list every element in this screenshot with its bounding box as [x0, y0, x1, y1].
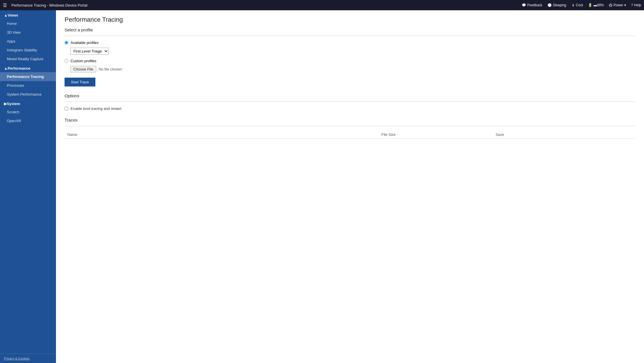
battery-label: ▬98%: [593, 3, 604, 7]
topbar: ☰ Performance Tracing - Windows Device P…: [0, 0, 644, 10]
start-trace-button[interactable]: Start Trace: [65, 78, 95, 86]
options-divider: [65, 102, 635, 102]
available-profiles-label[interactable]: Available profiles: [71, 41, 99, 45]
boot-tracing-label[interactable]: Enable boot tracing and restart: [71, 106, 121, 111]
sidebar-item-system-performance[interactable]: System Performance: [0, 90, 56, 99]
traces-table: Name File Size Save: [65, 131, 635, 139]
power-label: Power ▾: [613, 3, 626, 7]
system-section-header[interactable]: ▶System: [0, 99, 56, 108]
options-section: Options Enable boot tracing and restart: [65, 93, 635, 111]
sidebar: ◀ ▲Views Home 3D View Apps Hologram Stab…: [0, 10, 56, 363]
help-icon: ?: [631, 3, 633, 7]
traces-col-name: Name: [65, 131, 378, 139]
traces-table-header: Name File Size Save: [65, 131, 635, 139]
sleeping-icon: 🕐: [547, 3, 552, 7]
available-profiles-row: Available profiles: [65, 41, 635, 45]
temperature-status: 🌡 Cool: [571, 3, 583, 7]
battery-icon: 🔋: [588, 3, 592, 7]
sidebar-item-performance-tracing[interactable]: Performance Tracing: [0, 72, 56, 81]
power-button[interactable]: ⏻ Power ▾: [609, 3, 626, 7]
help-button[interactable]: ? Help: [631, 3, 641, 7]
options-label: Options: [65, 93, 635, 98]
performance-section-header[interactable]: ▲Performance: [0, 63, 56, 72]
sidebar-toggle[interactable]: ◀: [54, 13, 56, 21]
feedback-icon: 💬: [522, 3, 526, 7]
sidebar-item-home[interactable]: Home: [0, 19, 56, 28]
traces-header-row: Name File Size Save: [65, 131, 635, 139]
temperature-label: Cool: [576, 3, 583, 7]
feedback-button[interactable]: 💬 Feedback: [522, 3, 542, 7]
boot-tracing-row: Enable boot tracing and restart: [65, 106, 635, 111]
hamburger-icon[interactable]: ☰: [3, 3, 7, 8]
sidebar-item-processes[interactable]: Processes: [0, 81, 56, 90]
views-section-header[interactable]: ▲Views: [0, 10, 56, 19]
sidebar-item-scratch[interactable]: Scratch: [0, 108, 56, 116]
sidebar-item-3dview[interactable]: 3D View: [0, 28, 56, 37]
custom-profiles-label[interactable]: Custom profiles: [71, 59, 96, 63]
status-bar: 💬 Feedback 🕐 Sleeping 🌡 Cool 🔋 ▬98% ⏻ Po…: [522, 3, 641, 7]
window-title: Performance Tracing - Windows Device Por…: [11, 3, 519, 7]
content-area: Performance Tracing Select a profile Ava…: [56, 10, 644, 363]
sidebar-item-mixed-reality-capture[interactable]: Mixed Reality Capture: [0, 55, 56, 63]
main-layout: ◀ ▲Views Home 3D View Apps Hologram Stab…: [0, 10, 644, 363]
profile-divider: [65, 36, 635, 36]
battery-status: 🔋 ▬98%: [588, 3, 604, 7]
no-file-label: No file chosen: [99, 67, 122, 71]
custom-profiles-radio[interactable]: [65, 59, 68, 63]
sidebar-item-openxr[interactable]: OpenXR: [0, 116, 56, 125]
power-icon: ⏻: [609, 3, 612, 7]
traces-col-save: Save: [493, 131, 635, 139]
privacy-cookies-link[interactable]: Privacy & Cookies: [0, 354, 56, 363]
available-profiles-radio[interactable]: [65, 41, 68, 45]
feedback-label: Feedback: [527, 3, 542, 7]
custom-profiles-row: Custom profiles: [65, 59, 635, 63]
traces-col-filesize: File Size: [378, 131, 493, 139]
help-label: Help: [634, 3, 641, 7]
boot-tracing-checkbox[interactable]: [65, 107, 68, 110]
temperature-icon: 🌡: [571, 3, 575, 7]
sleeping-status: 🕐 Sleeping: [547, 3, 566, 7]
traces-label: Traces: [65, 118, 635, 122]
page-title: Performance Tracing: [65, 16, 635, 23]
traces-section: Traces Name File Size Save: [65, 118, 635, 139]
file-chooser-row: Choose File No file chosen: [70, 66, 635, 72]
sleeping-label: Sleeping: [553, 3, 566, 7]
traces-divider: [65, 126, 635, 126]
profile-select[interactable]: First Level Triage Basic Advanced: [70, 48, 109, 55]
sidebar-item-hologram-stability[interactable]: Hologram Stability: [0, 46, 56, 55]
profile-dropdown-row: First Level Triage Basic Advanced: [70, 48, 635, 55]
sidebar-item-apps[interactable]: Apps: [0, 37, 56, 46]
choose-file-button[interactable]: Choose File: [70, 66, 96, 72]
select-profile-section: Select a profile Available profiles Firs…: [65, 27, 635, 72]
select-profile-label: Select a profile: [65, 27, 635, 32]
